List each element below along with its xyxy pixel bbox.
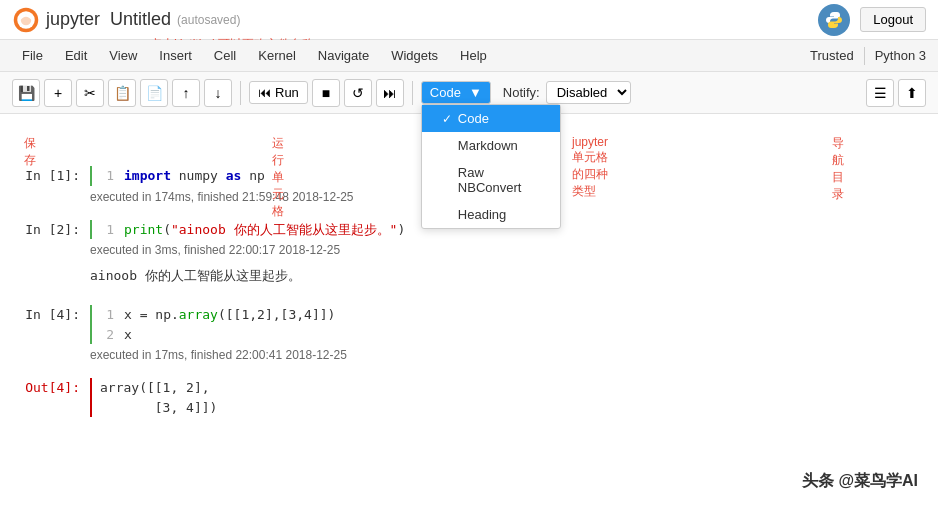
dropdown-item-code[interactable]: ✓ Code	[422, 105, 560, 132]
dropdown-item-markdown[interactable]: ✓ Markdown	[422, 132, 560, 159]
dropdown-menu: ✓ Code ✓ Markdown ✓ Raw NBConvert ✓ Head…	[421, 104, 561, 229]
dropdown-item-raw[interactable]: ✓ Raw NBConvert	[422, 159, 560, 201]
dropdown-item-heading[interactable]: ✓ Heading	[422, 201, 560, 228]
dropdown-item-markdown-label: Markdown	[458, 138, 518, 153]
dropdown-item-raw-label: Raw NBConvert	[458, 165, 540, 195]
dropdown-item-heading-label: Heading	[458, 207, 506, 222]
dropdown-item-code-label: Code	[458, 111, 489, 126]
checkmark-icon: ✓	[442, 112, 452, 126]
